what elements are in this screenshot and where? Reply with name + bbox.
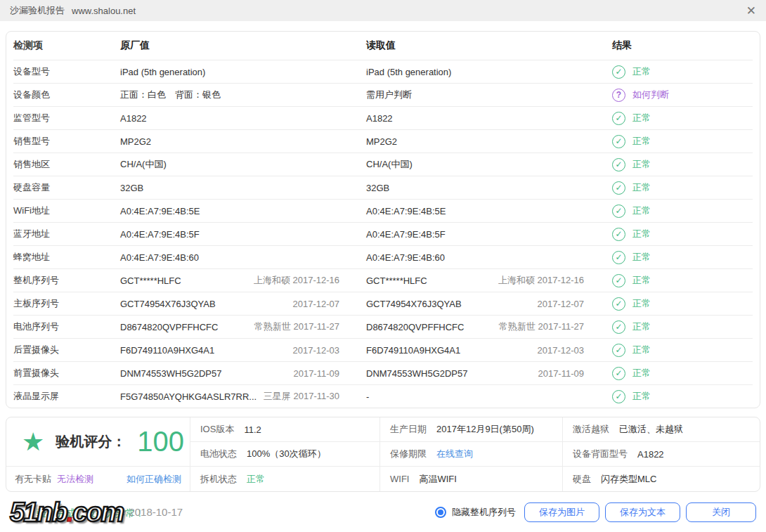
info-value[interactable]: 在线查询 bbox=[436, 448, 473, 460]
row-item-label: 销售型号 bbox=[13, 135, 120, 148]
sim-value: 无法检测 bbox=[57, 473, 93, 486]
table-row: 销售型号 MP2G2 MP2G2 ✓ 正常 bbox=[13, 129, 753, 153]
table-row: 设备型号 iPad (5th generation) iPad (5th gen… bbox=[13, 60, 753, 83]
header-read: 读取值 bbox=[366, 39, 612, 52]
radio-button[interactable] bbox=[435, 507, 446, 518]
table-row: 蓝牙地址 A0:4E:A7:9E:4B:5F A0:4E:A7:9E:4B:5F… bbox=[13, 222, 753, 245]
info-label: 生产日期 bbox=[390, 423, 427, 436]
table-row: 设备颜色 正面：白色 背面：银色 需用户判断 ? 如何判断 bbox=[13, 83, 753, 106]
score-cell: ★ 验机评分： 100 有无卡贴 无法检测 如何正确检测 bbox=[6, 417, 190, 491]
table-header-row: 检测项 原厂值 读取值 结果 bbox=[13, 32, 753, 60]
result-label: 正常 bbox=[632, 181, 651, 194]
row-read-value: CH/A(中国) bbox=[366, 158, 413, 171]
sim-row: 有无卡贴 无法检测 如何正确检测 bbox=[6, 467, 190, 491]
table-row: 硬盘容量 32GB 32GB ✓ 正常 bbox=[13, 176, 753, 199]
row-factory-value: GCT*****HLFC bbox=[120, 275, 181, 286]
info-label: WIFI bbox=[390, 474, 409, 484]
row-read-value: A1822 bbox=[366, 113, 393, 124]
result-label: 正常 bbox=[632, 205, 651, 217]
logo-part1: 51nb bbox=[10, 498, 67, 527]
row-item-label: 销售地区 bbox=[13, 158, 120, 171]
window-url: www.shalou.net bbox=[72, 6, 136, 16]
row-read-note: 常熟新世 2017-11-27 bbox=[499, 320, 584, 333]
table-row: 蜂窝地址 A0:4E:A7:9E:4B:60 A0:4E:A7:9E:4B:60… bbox=[13, 245, 753, 268]
row-item-label: WiFi地址 bbox=[13, 205, 120, 217]
result-label: 正常 bbox=[632, 135, 651, 148]
footer: 验机完成，设备无异常！ 51nb.com 2018-10-17 隐藏整机序列号 … bbox=[0, 492, 766, 532]
row-read-value: MP2G2 bbox=[366, 136, 397, 147]
table-body: 设备型号 iPad (5th generation) iPad (5th gen… bbox=[13, 60, 753, 408]
site-logo: 51nb.com bbox=[10, 499, 123, 526]
info-cell: 硬盘 闪存类型MLC bbox=[563, 467, 760, 491]
row-factory-note: 上海和硕 2017-12-16 bbox=[254, 274, 339, 287]
result-label: 正常 bbox=[632, 344, 651, 356]
hide-serial-option: 隐藏整机序列号 bbox=[435, 506, 516, 519]
summary-box: ★ 验机评分： 100 有无卡贴 无法检测 如何正确检测 IOS版本 11.2 … bbox=[6, 417, 760, 492]
row-factory-note: 2017-12-07 bbox=[293, 299, 340, 309]
result-label: 正常 bbox=[632, 228, 651, 240]
row-read-note: 2017-11-09 bbox=[538, 368, 584, 379]
row-read-value: GCT74954X76J3QYAB bbox=[366, 299, 462, 309]
row-factory-value: A0:4E:A7:9E:4B:5F bbox=[120, 229, 200, 240]
row-factory-value: A0:4E:A7:9E:4B:60 bbox=[120, 252, 199, 263]
row-factory-value: DNM74553WH5G2DP57 bbox=[120, 368, 222, 379]
row-read-value: D8674820QVPFFHCFC bbox=[366, 322, 464, 332]
title-bar: 沙漏验机报告 www.shalou.net ✕ bbox=[0, 0, 766, 21]
info-label: 保修期限 bbox=[390, 448, 427, 460]
info-value: 11.2 bbox=[244, 424, 261, 435]
table-row: 前置摄像头 DNM74553WH5G2DP57 2017-11-09 DNM74… bbox=[13, 361, 753, 384]
result-label: 正常 bbox=[632, 367, 651, 379]
info-label: IOS版本 bbox=[200, 423, 234, 436]
sim-help-link[interactable]: 如何正确检测 bbox=[126, 473, 181, 486]
info-label: 电池状态 bbox=[200, 448, 237, 460]
row-read-value: 需用户判断 bbox=[366, 89, 412, 101]
info-cell: 保修期限 在线查询 bbox=[380, 442, 562, 467]
row-read-note: 2017-12-03 bbox=[538, 345, 585, 356]
info-value: 闪存类型MLC bbox=[601, 473, 656, 486]
row-item-label: 电池序列号 bbox=[13, 320, 120, 333]
close-icon[interactable]: ✕ bbox=[746, 5, 756, 17]
row-factory-value: A0:4E:A7:9E:4B:5E bbox=[120, 206, 200, 216]
report-table: 检测项 原厂值 读取值 结果 设备型号 iPad (5th generation… bbox=[6, 31, 760, 408]
row-read-value: 32GB bbox=[366, 183, 389, 193]
row-item-label: 蜂窝地址 bbox=[13, 251, 120, 264]
save-text-button[interactable]: 保存为文本 bbox=[605, 502, 680, 522]
radio-label: 隐藏整机序列号 bbox=[452, 506, 516, 519]
row-read-note: 上海和硕 2017-12-16 bbox=[498, 274, 584, 287]
check-icon: ✓ bbox=[612, 274, 625, 287]
row-factory-value: A1822 bbox=[120, 113, 147, 124]
row-read-value: GCT*****HLFC bbox=[366, 275, 427, 286]
table-row: 主板序列号 GCT74954X76J3QYAB 2017-12-07 GCT74… bbox=[13, 292, 753, 315]
check-icon: ✓ bbox=[612, 181, 625, 195]
row-read-value: A0:4E:A7:9E:4B:5F bbox=[366, 229, 446, 240]
info-label: 设备背面型号 bbox=[573, 448, 628, 460]
info-column-1: IOS版本 11.2 电池状态 100%（30次循环） 拆机状态 正常 bbox=[190, 417, 380, 491]
check-icon: ✓ bbox=[612, 228, 625, 241]
close-button[interactable]: 关闭 bbox=[686, 502, 756, 522]
info-cell: 激活越狱 已激活、未越狱 bbox=[563, 417, 760, 442]
row-item-label: 设备型号 bbox=[13, 65, 120, 78]
row-factory-note: 三星屏 2017-11-30 bbox=[264, 390, 339, 403]
info-cell: 生产日期 2017年12月9日(第50周) bbox=[380, 417, 562, 442]
table-row: 电池序列号 D8674820QVPFFHCFC 常熟新世 2017-11-27 … bbox=[13, 315, 753, 338]
row-item-label: 监管型号 bbox=[13, 112, 120, 124]
info-value: 100%（30次循环） bbox=[247, 448, 326, 460]
info-cell: 设备背面型号 A1822 bbox=[563, 442, 760, 467]
row-factory-value: F6D749110A9HXG4A1 bbox=[120, 345, 214, 356]
save-image-button[interactable]: 保存为图片 bbox=[524, 502, 599, 522]
check-icon: ✓ bbox=[612, 65, 625, 79]
score-label: 验机评分： bbox=[56, 432, 126, 451]
result-label: 正常 bbox=[632, 251, 651, 264]
table-row: 销售地区 CH/A(中国) CH/A(中国) ✓ 正常 bbox=[13, 153, 753, 176]
report-date: 2018-10-17 bbox=[129, 506, 183, 518]
check-icon: ✓ bbox=[612, 112, 625, 125]
header-item: 检测项 bbox=[13, 39, 120, 52]
info-label: 硬盘 bbox=[573, 473, 591, 486]
row-item-label: 整机序列号 bbox=[13, 274, 120, 287]
row-read-value: iPad (5th generation) bbox=[366, 67, 451, 77]
logo-part2: com bbox=[72, 498, 123, 527]
row-item-label: 硬盘容量 bbox=[13, 181, 120, 194]
row-factory-note: 常熟新世 2017-11-27 bbox=[254, 320, 339, 333]
result-label[interactable]: 如何判断 bbox=[632, 89, 669, 101]
header-factory: 原厂值 bbox=[120, 39, 366, 52]
